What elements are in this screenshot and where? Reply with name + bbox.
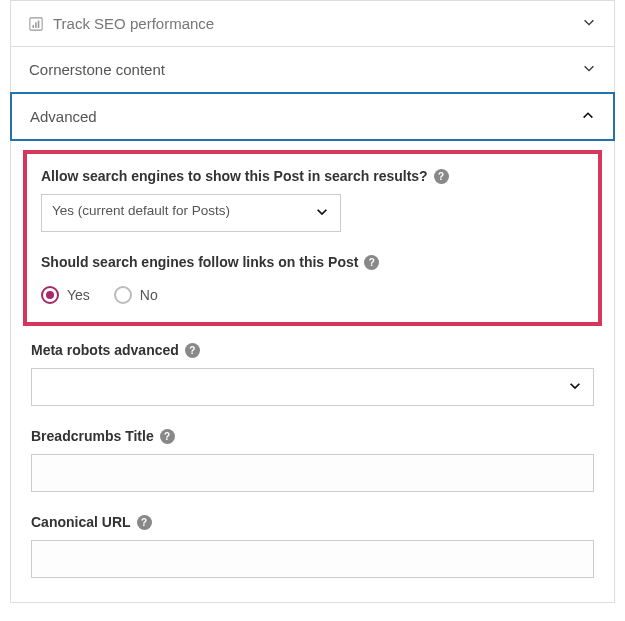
radio-label-yes: Yes bbox=[67, 287, 90, 303]
canonical-input[interactable] bbox=[31, 540, 594, 578]
chevron-down-icon bbox=[582, 61, 596, 78]
chart-icon bbox=[29, 17, 43, 31]
breadcrumbs-input[interactable] bbox=[31, 454, 594, 492]
section-header-cornerstone[interactable]: Cornerstone content bbox=[11, 47, 614, 92]
highlight-box: Allow search engines to show this Post i… bbox=[23, 150, 602, 326]
radio-icon bbox=[41, 286, 59, 304]
svg-rect-2 bbox=[35, 22, 37, 28]
section-title-cornerstone: Cornerstone content bbox=[29, 61, 165, 78]
section-header-seo[interactable]: Track SEO performance bbox=[11, 1, 614, 46]
help-icon[interactable]: ? bbox=[185, 343, 200, 358]
help-icon[interactable]: ? bbox=[137, 515, 152, 530]
allow-search-select[interactable]: Yes (current default for Posts) bbox=[41, 194, 341, 232]
svg-rect-1 bbox=[33, 24, 35, 27]
canonical-label: Canonical URL bbox=[31, 514, 131, 530]
svg-rect-3 bbox=[38, 20, 40, 27]
advanced-section-body: Allow search engines to show this Post i… bbox=[11, 140, 614, 602]
follow-links-label: Should search engines follow links on th… bbox=[41, 254, 358, 270]
radio-icon bbox=[114, 286, 132, 304]
follow-links-no-radio[interactable]: No bbox=[114, 286, 158, 304]
section-title-advanced: Advanced bbox=[30, 108, 97, 125]
section-header-advanced[interactable]: Advanced bbox=[10, 92, 615, 141]
radio-label-no: No bbox=[140, 287, 158, 303]
breadcrumbs-label: Breadcrumbs Title bbox=[31, 428, 154, 444]
chevron-up-icon bbox=[581, 108, 595, 125]
meta-robots-select[interactable] bbox=[31, 368, 594, 406]
chevron-down-icon bbox=[582, 15, 596, 32]
follow-links-yes-radio[interactable]: Yes bbox=[41, 286, 90, 304]
help-icon[interactable]: ? bbox=[434, 169, 449, 184]
help-icon[interactable]: ? bbox=[364, 255, 379, 270]
section-title-seo: Track SEO performance bbox=[53, 15, 214, 32]
help-icon[interactable]: ? bbox=[160, 429, 175, 444]
meta-robots-label: Meta robots advanced bbox=[31, 342, 179, 358]
allow-search-label: Allow search engines to show this Post i… bbox=[41, 168, 428, 184]
